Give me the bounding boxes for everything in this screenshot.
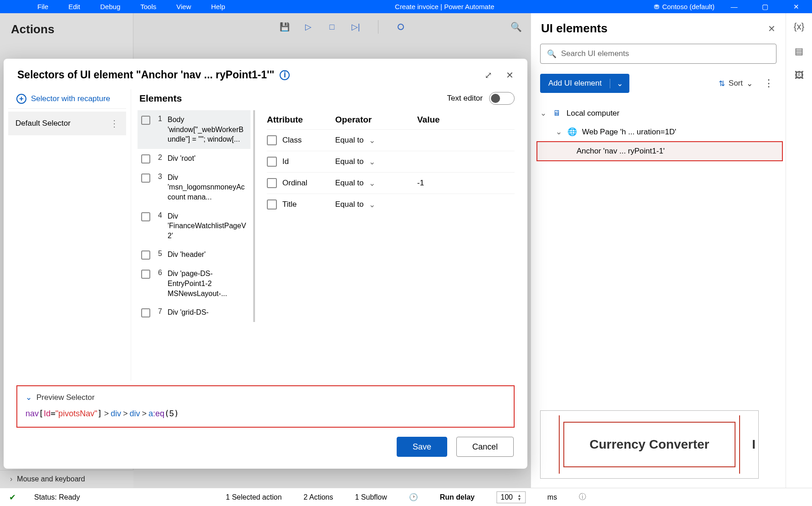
col-attribute: Attribute <box>267 115 335 125</box>
actions-group-mouse-keyboard[interactable]: Mouse and keyboard <box>0 470 133 488</box>
element-row[interactable]: 1Body 'window["_webWorkerBundle"] = ""; … <box>138 110 250 149</box>
stop-icon[interactable]: □ <box>327 22 337 32</box>
close-icon[interactable]: ✕ <box>506 70 514 81</box>
chevron-down-icon: ⌄ <box>369 136 375 145</box>
operator-dropdown[interactable]: Equal to⌄ <box>335 179 417 188</box>
thumbnail-cutoff-text: I <box>752 437 756 452</box>
menu-view[interactable]: View <box>166 1 201 12</box>
status-selected-action: 1 Selected action <box>226 493 282 501</box>
menu-debug[interactable]: Debug <box>90 1 130 12</box>
checkbox[interactable] <box>141 212 150 221</box>
ui-elements-icon[interactable]: ▤ <box>795 46 803 56</box>
checkbox[interactable] <box>141 250 150 260</box>
tree-node-web-page[interactable]: ⌄ 🌐 Web Page 'h ... uration=1D' <box>536 123 783 141</box>
record-icon[interactable] <box>396 22 406 32</box>
text-editor-toggle[interactable] <box>489 92 515 105</box>
checkbox[interactable] <box>267 157 277 167</box>
org-selector[interactable]: Contoso (default) <box>654 3 715 10</box>
sort-button[interactable]: Sort ⌄ <box>719 79 753 88</box>
flow-toolbar: 💾 ▷ □ ▷| <box>267 13 406 41</box>
element-index: 7 <box>156 307 162 316</box>
window-close[interactable]: ✕ <box>785 3 807 11</box>
actions-group-label: Mouse and keyboard <box>17 475 85 483</box>
checkbox[interactable] <box>141 270 150 279</box>
element-label: Div 'grid-DS- <box>168 307 247 317</box>
attr-name: Title <box>282 200 297 209</box>
menu-tools[interactable]: Tools <box>130 1 166 12</box>
run-next-icon[interactable]: ▷| <box>351 22 361 32</box>
actions-header: Actions <box>0 13 133 46</box>
attr-name: Ordinal <box>282 179 307 188</box>
status-subflow: 1 Subflow <box>355 493 387 501</box>
operator-dropdown[interactable]: Equal to⌄ <box>335 136 417 145</box>
text-editor-label: Text editor <box>447 94 483 103</box>
element-row[interactable]: 7Div 'grid-DS- <box>138 303 250 322</box>
add-ui-element-caret-icon[interactable]: ⌄ <box>610 79 629 88</box>
selector-string: nav[Id="pivotsNav"]>div>div>a:eq(5) <box>26 409 506 419</box>
run-delay-input[interactable]: 100 ▲▼ <box>496 491 526 503</box>
attr-value[interactable]: -1 <box>417 179 515 188</box>
element-row[interactable]: 4Div 'FinanceWatchlistPageV2' <box>138 207 250 245</box>
tree-node-label: Anchor 'nav ... ryPoint1-1' <box>577 147 665 156</box>
checkbox[interactable] <box>267 178 277 188</box>
element-row[interactable]: 6Div 'page-DS-EntryPoint1-2 MSNewsLayout… <box>138 264 250 303</box>
tree-node-label: Local computer <box>567 109 619 118</box>
operator-dropdown[interactable]: Equal to⌄ <box>335 157 417 167</box>
more-options-icon[interactable]: ⋮ <box>761 77 776 89</box>
ms-label: ms <box>547 493 557 501</box>
col-value: Value <box>417 115 515 125</box>
ui-elements-tree: ⌄ 🖥 Local computer ⌄ 🌐 Web Page 'h ... u… <box>531 99 786 161</box>
checkbox[interactable] <box>141 154 150 164</box>
variables-icon[interactable]: {x} <box>794 21 804 32</box>
selector-with-recapture-button[interactable]: + Selector with recapture <box>8 89 126 109</box>
expand-icon[interactable]: ⤢ <box>485 70 492 81</box>
attributes-pane: Text editor Attribute Operator Value Cla… <box>259 89 527 381</box>
status-ok-icon: ✔ <box>9 492 16 502</box>
images-icon[interactable]: 🖼 <box>795 70 804 81</box>
window-minimize[interactable]: — <box>723 3 746 10</box>
menu-edit[interactable]: Edit <box>58 1 90 12</box>
element-index: 5 <box>156 250 162 258</box>
info-icon[interactable]: ⓘ <box>579 492 586 502</box>
screenshot-thumbnail: Currency Converter I <box>531 406 786 488</box>
chevron-down-icon: ⌄ <box>746 79 753 88</box>
tree-node-local-computer[interactable]: ⌄ 🖥 Local computer <box>536 104 783 123</box>
element-label: Div 'msn_logomsnmoneyAccount mana... <box>168 173 247 202</box>
checkbox[interactable] <box>141 174 150 183</box>
save-icon[interactable]: 💾 <box>280 22 290 32</box>
run-delay-label: Run delay <box>440 493 475 501</box>
chevron-down-icon: ⌄ <box>369 200 375 210</box>
ui-elements-close-icon[interactable]: ✕ <box>768 23 776 34</box>
cancel-button[interactable]: Cancel <box>456 437 514 457</box>
preview-selector-toggle[interactable]: ⌄ Preview Selector <box>26 393 506 402</box>
run-icon[interactable]: ▷ <box>303 22 313 32</box>
checkbox[interactable] <box>267 199 277 210</box>
chevron-down-icon: ⌄ <box>556 127 562 137</box>
checkbox[interactable] <box>141 308 150 317</box>
globe-icon: 🌐 <box>567 127 577 137</box>
more-options-icon[interactable]: ⋮ <box>110 118 119 129</box>
tree-node-anchor[interactable]: Anchor 'nav ... ryPoint1-1' <box>536 141 783 161</box>
canvas-search-icon[interactable]: 🔍 <box>505 18 527 36</box>
menu-help[interactable]: Help <box>201 1 235 12</box>
save-button[interactable]: Save <box>397 437 447 457</box>
checkbox[interactable] <box>141 116 150 125</box>
add-ui-element-button[interactable]: Add UI element ⌄ <box>540 74 629 93</box>
ui-elements-title: UI elements <box>541 21 608 36</box>
ui-elements-pane: UI elements ✕ 🔍 Search UI elements Add U… <box>531 13 786 488</box>
ui-elements-search-input[interactable]: 🔍 Search UI elements <box>540 44 776 64</box>
window-maximize[interactable]: ▢ <box>754 3 776 11</box>
titlebar: File Edit Debug Tools View Help Create i… <box>0 0 812 13</box>
element-row[interactable]: 5Div 'header' <box>138 245 250 264</box>
element-row[interactable]: 3Div 'msn_logomsnmoneyAccount mana... <box>138 168 250 207</box>
checkbox[interactable] <box>267 135 277 145</box>
element-label: Div 'root' <box>168 153 247 164</box>
info-icon[interactable]: i <box>280 70 290 80</box>
elements-pane: Elements 1Body 'window["_webWorkerBundle… <box>131 89 259 381</box>
default-selector-item[interactable]: Default Selector ⋮ <box>8 112 126 135</box>
chevron-down-icon: ⌄ <box>369 179 375 188</box>
element-row[interactable]: 2Div 'root' <box>138 149 250 168</box>
element-index: 6 <box>156 269 162 277</box>
menu-file[interactable]: File <box>27 1 58 12</box>
operator-dropdown[interactable]: Equal to⌄ <box>335 200 417 210</box>
